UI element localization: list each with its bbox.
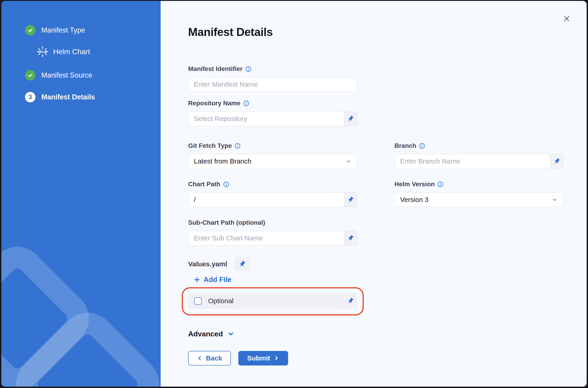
field-label: Repository Name — [188, 100, 240, 107]
step-label: Manifest Source — [41, 71, 92, 79]
info-icon[interactable] — [223, 181, 229, 187]
back-label: Back — [206, 354, 222, 362]
pin-icon — [553, 158, 560, 165]
field-git-fetch-type: Git Fetch Type Latest from Branch — [188, 142, 357, 169]
manifest-wizard-modal: Manifest Type — [1, 1, 587, 387]
manifest-details-form: Manifest Identifier Repository Name — [188, 65, 563, 365]
info-icon[interactable] — [235, 143, 240, 149]
field-label: Branch — [394, 142, 416, 149]
step-label: Manifest Details — [41, 93, 95, 101]
harness-logo-watermark — [1, 239, 161, 387]
close-icon — [563, 15, 570, 23]
field-repository-name: Repository Name — [188, 99, 357, 126]
step-number-badge: 3 — [25, 92, 35, 102]
advanced-toggle[interactable]: Advanced — [188, 329, 235, 339]
step-helm-chart[interactable]: HELM Helm Chart — [25, 46, 161, 58]
step-manifest-type[interactable]: Manifest Type — [25, 25, 161, 35]
runtime-input-pin-button[interactable] — [344, 112, 357, 126]
select-value: Latest from Branch — [194, 157, 251, 165]
info-icon[interactable] — [245, 66, 252, 72]
step-label: Helm Chart — [53, 48, 90, 56]
chevron-down-icon — [227, 330, 235, 338]
values-yaml-row: Values.yaml — [188, 257, 563, 271]
optional-field: Optional — [188, 293, 357, 309]
manifest-identifier-input[interactable] — [188, 77, 357, 91]
values-yaml-label: Values.yaml — [188, 260, 227, 268]
manifest-details-panel: Manifest Details Manifest Identifier Rep… — [161, 1, 587, 387]
chevron-right-icon — [273, 355, 279, 361]
field-label: Helm Version — [394, 181, 435, 188]
page-title: Manifest Details — [188, 25, 587, 39]
step-label: Manifest Type — [41, 26, 85, 34]
field-chart-path: Chart Path — [188, 180, 357, 207]
select-value: Version 3 — [400, 196, 429, 204]
helm-icon: HELM — [37, 46, 48, 58]
pin-icon — [347, 115, 354, 122]
chevron-down-icon — [345, 158, 352, 165]
pin-icon — [347, 196, 354, 203]
field-label: Manifest Identifier — [188, 65, 243, 73]
chart-path-input[interactable] — [188, 193, 344, 207]
wizard-sidebar: Manifest Type — [1, 1, 161, 387]
field-manifest-identifier: Manifest Identifier — [188, 65, 357, 92]
step-manifest-details[interactable]: 3 Manifest Details — [25, 92, 161, 102]
chevron-left-icon — [197, 355, 203, 361]
info-icon[interactable] — [437, 181, 443, 187]
branch-input[interactable] — [395, 154, 550, 168]
step-complete-check-icon — [25, 70, 35, 80]
info-icon[interactable] — [243, 100, 249, 106]
runtime-input-pin-button[interactable] — [344, 293, 357, 309]
optional-checkbox-label: Optional — [208, 297, 234, 305]
back-button[interactable]: Back — [188, 351, 231, 365]
close-button[interactable] — [562, 14, 572, 24]
repository-name-input[interactable] — [188, 112, 344, 126]
wizard-footer-buttons: Back Submit — [188, 351, 563, 365]
git-fetch-type-select[interactable]: Latest from Branch — [188, 154, 357, 169]
optional-checkbox[interactable] — [194, 297, 202, 305]
sub-chart-path-input[interactable] — [188, 231, 344, 245]
plus-icon — [194, 276, 200, 283]
highlight-annotation-box: Optional — [182, 287, 364, 315]
pin-icon — [347, 297, 354, 304]
pin-icon — [347, 235, 354, 242]
runtime-input-pin-button[interactable] — [550, 154, 563, 168]
runtime-input-pin-button[interactable] — [344, 231, 357, 245]
field-helm-version: Helm Version Version 3 — [394, 180, 563, 207]
helm-icon-text: HELM — [38, 50, 47, 53]
add-file-button[interactable]: Add File — [194, 276, 231, 284]
values-yaml-pin-button[interactable] — [235, 257, 249, 271]
step-complete-check-icon — [25, 25, 35, 35]
submit-button[interactable]: Submit — [238, 351, 288, 365]
field-sub-chart-path: Sub-Chart Path (optional) — [188, 219, 357, 245]
pin-icon — [239, 260, 246, 268]
field-branch: Branch — [394, 142, 563, 169]
submit-label: Submit — [247, 354, 270, 362]
runtime-input-pin-button[interactable] — [344, 193, 357, 207]
helm-version-select[interactable]: Version 3 — [394, 193, 563, 207]
field-label: Chart Path — [188, 181, 220, 188]
chevron-down-icon — [551, 196, 558, 203]
add-file-label: Add File — [204, 276, 231, 284]
field-label: Sub-Chart Path (optional) — [188, 219, 265, 226]
field-label: Git Fetch Type — [188, 142, 232, 149]
step-manifest-source[interactable]: Manifest Source — [25, 70, 161, 80]
advanced-label: Advanced — [188, 330, 223, 338]
info-icon[interactable] — [419, 143, 425, 149]
